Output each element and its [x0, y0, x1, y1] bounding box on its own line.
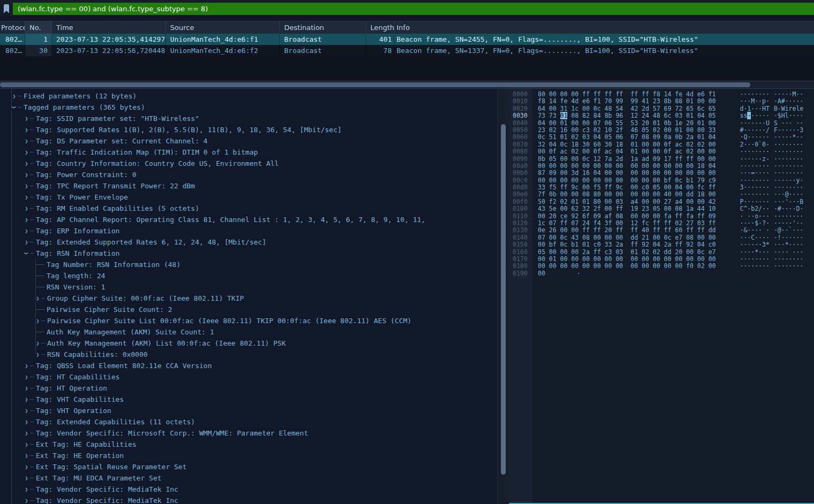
chevron-right-icon[interactable]: ❯: [23, 495, 30, 504]
hex-bytes[interactable]: 00 00 00 00 00 00 00 00: [630, 170, 716, 177]
hex-bytes[interactable]: 01 02 02 dd 20 00 0c e7: [630, 249, 716, 256]
hex-ascii[interactable]: ······3*: [740, 241, 770, 248]
hex-bytes[interactable]: 42 2d 57 69 72 65 6c 65: [630, 105, 716, 112]
hex-ascii[interactable]: #······/: [740, 127, 770, 134]
hex-ascii[interactable]: ···'···B: [774, 198, 803, 205]
tree-row[interactable]: ❯Ext Tag: HE Capabilities: [0, 439, 497, 450]
tree-row[interactable]: RSN Version: 1: [0, 281, 497, 293]
chevron-right-icon[interactable]: ❯: [23, 214, 30, 225]
hex-bytes[interactable]: 00 20 ce 92 6f 09 af 08: [538, 213, 623, 220]
hex-bytes[interactable]: 1c 07 ff 07 24 f4 3f 00: [538, 220, 623, 227]
hex-ascii[interactable]: ········: [774, 256, 803, 263]
hex-bytes[interactable]: 00: [538, 270, 545, 277]
hex-ascii[interactable]: ········: [774, 213, 803, 220]
hex-bytes[interactable]: 00 00 00 fa ff fa ff 09: [630, 213, 716, 220]
tree-row[interactable]: ❯Tag: Supported Rates 1(B), 2(B), 5.5(B)…: [0, 124, 497, 135]
hex-ascii[interactable]: ········: [774, 184, 803, 191]
hex-ascii[interactable]: ········: [740, 163, 770, 170]
hex-ascii[interactable]: ········: [740, 256, 770, 263]
hex-bytes[interactable]: 87 09 00 3d 16 04 00 00: [538, 170, 623, 177]
tree-row[interactable]: ❯Tag: SSID parameter set: "HTB-Wireless": [0, 113, 497, 124]
tree-row[interactable]: ❯Tag: Extended Supported Rates 6, 12, 24…: [0, 236, 497, 248]
hex-ascii[interactable]: · ··o···: [740, 213, 770, 220]
hex-bytes[interactable]: 00 00 00 40 00 dd 18 00: [630, 191, 716, 198]
hex-ascii[interactable]: ···*····: [774, 241, 803, 248]
hex-ascii[interactable]: ·$Hl····: [774, 112, 803, 119]
hex-bytes[interactable]: 64 00 31 1c 00 0c 48 54: [538, 105, 623, 112]
hex-ascii[interactable]: ····$·?·: [740, 220, 770, 227]
hex-ascii[interactable]: B-Wirele: [774, 105, 803, 112]
hex-ascii[interactable]: ········: [740, 91, 770, 98]
horizontal-scrollbar[interactable]: [0, 81, 814, 89]
chevron-right-icon[interactable]: ❯: [23, 225, 30, 236]
tree-row[interactable]: ❯Group Cipher Suite: 00:0f:ac (Ieee 802.…: [0, 293, 497, 304]
tree-row[interactable]: ❯Pairwise Cipher Suite List 00:0f:ac (Ie…: [0, 315, 497, 326]
hex-bytes[interactable]: 1a ad 09 17 ff ff 00 00: [630, 156, 716, 163]
hex-bytes[interactable]: 23 02 16 00 c3 02 10 2f: [538, 127, 623, 134]
tree-row[interactable]: ❯Ext Tag: HE Operation: [0, 450, 497, 461]
hex-bytes[interactable]: 43 5e 00 62 32 2f 00 ff: [538, 205, 623, 212]
hex-ascii[interactable]: ·#····D·: [774, 205, 803, 212]
column-header-length[interactable]: Length: [366, 21, 394, 34]
hex-ascii[interactable]: ···C····: [740, 234, 770, 241]
chevron-right-icon[interactable]: ❯: [23, 427, 30, 439]
hex-bytes[interactable]: 01 00 00 0f ac 02 00 00: [630, 148, 716, 155]
hex-ascii[interactable]: ········: [740, 263, 770, 270]
hex-bytes[interactable]: 32 04 0c 18 30 60 30 18: [538, 141, 623, 148]
tree-row[interactable]: ❯Tag: HT Capabilities: [0, 371, 497, 383]
hex-bytes[interactable]: 07 00 0c 43 08 00 00 00: [538, 234, 623, 241]
hex-bytes[interactable]: 00 00 00 00 00 00 00 00: [538, 163, 623, 170]
tree-row[interactable]: Auth Key Management (AKM) Suite Count: 1: [0, 326, 497, 338]
tree-row[interactable]: ❯Tag: Country Information: Country Code …: [0, 158, 497, 169]
hex-bytes[interactable]: f8 14 fe 4d e6 f1 70 99: [538, 98, 623, 105]
column-header-destination[interactable]: Destination: [280, 21, 366, 34]
hex-ascii[interactable]: ·····M··: [774, 91, 803, 98]
chevron-right-icon[interactable]: ❯: [23, 383, 30, 394]
chevron-right-icon[interactable]: ❯: [23, 147, 30, 158]
hex-ascii[interactable]: ·!······: [774, 234, 803, 241]
tree-row[interactable]: Pairwise Cipher Suite Count: 2: [0, 304, 497, 315]
hex-bytes[interactable]: 01 00 00 0f ac 02 02 00: [630, 141, 716, 148]
hex-ascii[interactable]: ········: [740, 191, 770, 198]
tree-row[interactable]: ❯Tag: QBSS Load Element 802.11e CCA Vers…: [0, 360, 497, 371]
hex-ascii[interactable]: ·&···· ·: [740, 227, 770, 234]
vertical-scrollbar[interactable]: [497, 89, 509, 504]
chevron-right-icon[interactable]: ❯: [23, 405, 30, 416]
hex-ascii[interactable]: C^·b2/··: [740, 205, 770, 212]
tree-row[interactable]: ❯Tag: RSN Information: [0, 248, 497, 259]
hex-bytes[interactable]: 0b 05 00 00 0c 12 7a 2d: [538, 156, 623, 163]
chevron-right-icon[interactable]: ❯: [23, 203, 30, 214]
chevron-right-icon[interactable]: ❯: [23, 439, 30, 450]
chevron-right-icon[interactable]: ❯: [23, 169, 30, 180]
chevron-right-icon[interactable]: ❯: [23, 484, 30, 495]
hex-ascii[interactable]: ·A#·····: [774, 98, 803, 105]
hex-bytes[interactable]: 00 00 00 00 00 00 00 00: [538, 263, 623, 270]
hex-bytes[interactable]: 00 00 00 00 00 f0 02 00: [630, 263, 716, 270]
chevron-right-icon[interactable]: ❯: [23, 360, 30, 371]
hex-bytes[interactable]: 00 00 00 bf 0c b1 79 c9: [630, 177, 716, 184]
tree-row[interactable]: Tag Number: RSN Information (48): [0, 259, 497, 270]
hex-bytes[interactable]: 00 0f ac 02 00 0f ac 04: [538, 148, 623, 155]
chevron-right-icon[interactable]: ❯: [23, 461, 30, 472]
hex-ascii[interactable]: ······y·: [774, 177, 803, 184]
hex-ascii[interactable]: ········: [774, 148, 803, 155]
hex-ascii[interactable]: ········: [774, 156, 803, 163]
chevron-right-icon[interactable]: ❯: [23, 158, 30, 169]
tree-row[interactable]: ❯Tag: Tx Power Envelope: [0, 192, 497, 203]
hex-bytes[interactable]: 00 00 00 00 00 00 00 00: [538, 177, 623, 184]
chevron-right-icon[interactable]: ❯: [23, 450, 30, 461]
vertical-scrollbar-thumb[interactable]: [501, 124, 506, 475]
column-header-protocol[interactable]: Protocol: [0, 21, 25, 34]
tree-row[interactable]: ❯Tag: TPC Report Transmit Power: 22 dBm: [0, 180, 497, 192]
tree-row[interactable]: ❯Tagged parameters (365 bytes): [0, 102, 497, 113]
hex-bytes[interactable]: 0c 51 01 02 03 04 05 06: [538, 134, 623, 141]
hex-ascii[interactable]: ········: [774, 263, 803, 270]
display-filter-input[interactable]: (wlan.fc.type == 00) and (wlan.fc.type_s…: [13, 3, 814, 15]
chevron-down-icon[interactable]: ❯: [9, 104, 20, 111]
tree-row[interactable]: ❯Tag: ERP Information: [0, 225, 497, 236]
hex-ascii[interactable]: F······3: [774, 127, 803, 134]
chevron-right-icon[interactable]: ❯: [23, 394, 30, 405]
hex-bytes[interactable]: 7f 0b 00 00 08 80 00 00: [538, 191, 623, 198]
hex-ascii[interactable]: ········: [774, 141, 803, 148]
column-header-no[interactable]: No.: [25, 21, 52, 34]
